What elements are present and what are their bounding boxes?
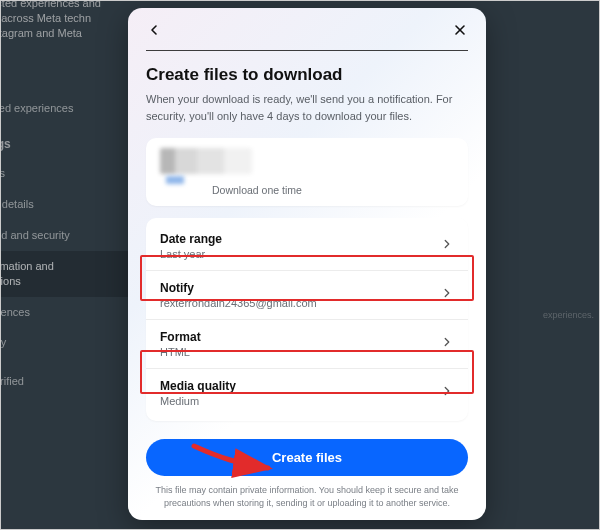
notify-label: Notify bbox=[160, 281, 317, 295]
modal-title: Create files to download bbox=[146, 65, 468, 85]
format-label: Format bbox=[160, 330, 201, 344]
format-value: HTML bbox=[160, 346, 201, 358]
chevron-right-icon bbox=[440, 286, 454, 304]
account-name-blurred bbox=[166, 176, 184, 184]
chevron-right-icon bbox=[440, 384, 454, 402]
options-card: Date range Last year Notify rexterrondai… bbox=[146, 218, 468, 421]
media-quality-label: Media quality bbox=[160, 379, 236, 393]
media-quality-value: Medium bbox=[160, 395, 236, 407]
close-icon[interactable] bbox=[452, 22, 468, 38]
notify-value: rexterrondain24365@gmail.com bbox=[160, 297, 317, 309]
date-range-label: Date range bbox=[160, 232, 222, 246]
chevron-right-icon bbox=[440, 335, 454, 353]
row-media-quality[interactable]: Media quality Medium bbox=[146, 368, 468, 417]
row-date-range[interactable]: Date range Last year bbox=[146, 222, 468, 270]
download-once-label: Download one time bbox=[160, 184, 454, 196]
create-files-button[interactable]: Create files bbox=[146, 439, 468, 476]
date-range-value: Last year bbox=[160, 248, 222, 260]
modal-subtitle: When your download is ready, we'll send … bbox=[146, 91, 468, 124]
footer-note: This file may contain private informatio… bbox=[146, 484, 468, 510]
row-format[interactable]: Format HTML bbox=[146, 319, 468, 368]
account-avatar-blurred bbox=[160, 148, 252, 174]
divider bbox=[146, 50, 468, 51]
back-icon[interactable] bbox=[146, 22, 162, 38]
account-card: Download one time bbox=[146, 138, 468, 206]
chevron-right-icon bbox=[440, 237, 454, 255]
app-root: nnected experiences and ings across Meta… bbox=[0, 0, 600, 530]
create-files-modal: Create files to download When your downl… bbox=[128, 8, 486, 520]
row-notify[interactable]: Notify rexterrondain24365@gmail.com bbox=[146, 270, 468, 319]
